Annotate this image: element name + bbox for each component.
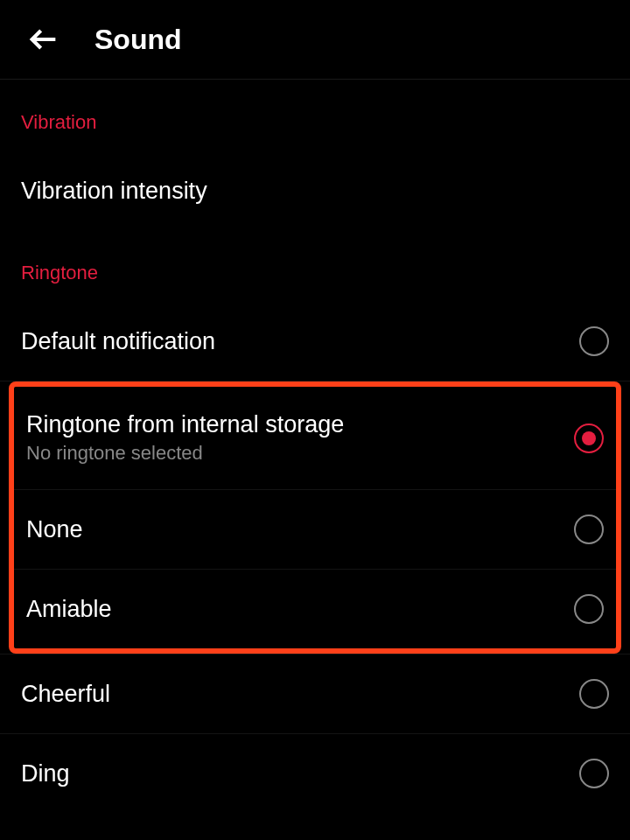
- radio-icon[interactable]: [574, 424, 604, 453]
- list-item-label: Ringtone from internal storage: [26, 411, 344, 438]
- highlight-annotation: Ringtone from internal storage No ringto…: [9, 382, 621, 654]
- ringtone-option-internal-storage[interactable]: Ringtone from internal storage No ringto…: [14, 387, 616, 489]
- section-header-vibration: Vibration: [0, 80, 630, 151]
- ringtone-option-amiable[interactable]: Amiable: [14, 570, 616, 648]
- section-header-ringtone: Ringtone: [0, 230, 630, 302]
- radio-icon[interactable]: [574, 514, 604, 544]
- list-item-label: None: [26, 516, 83, 543]
- page-title: Sound: [94, 24, 182, 56]
- ringtone-option-none[interactable]: None: [14, 490, 616, 569]
- radio-icon[interactable]: [579, 759, 609, 788]
- ringtone-option-ding[interactable]: Ding: [0, 734, 630, 813]
- list-item-sublabel: No ringtone selected: [26, 442, 344, 465]
- app-header: Sound: [0, 0, 630, 79]
- radio-icon[interactable]: [579, 326, 609, 356]
- ringtone-option-cheerful[interactable]: Cheerful: [0, 654, 630, 733]
- vibration-intensity-item[interactable]: Vibration intensity: [0, 151, 630, 230]
- list-item-label: Default notification: [21, 328, 215, 355]
- list-item-label: Vibration intensity: [21, 178, 207, 205]
- radio-icon[interactable]: [574, 594, 604, 624]
- back-arrow-icon[interactable]: [26, 22, 61, 57]
- list-item-label: Amiable: [26, 596, 112, 623]
- radio-icon[interactable]: [579, 679, 609, 709]
- list-item-label: Ding: [21, 760, 70, 788]
- list-item-label: Cheerful: [21, 681, 110, 708]
- ringtone-option-default[interactable]: Default notification: [0, 302, 630, 381]
